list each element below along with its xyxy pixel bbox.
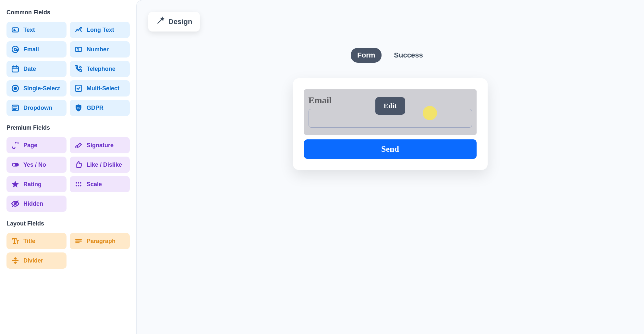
submit-button[interactable]: Send [304, 139, 477, 159]
common-fields-grid: Text Long Text Email Number Date [6, 22, 130, 116]
field-single-select[interactable]: Single-Select [6, 80, 67, 96]
field-label: Email [23, 46, 39, 53]
field-label: Long Text [87, 27, 114, 33]
field-label: Dropdown [23, 105, 52, 111]
toggle-icon [11, 161, 19, 169]
svg-rect-0 [12, 28, 18, 32]
date-icon [11, 65, 19, 73]
tab-form[interactable]: Form [351, 48, 382, 63]
field-paragraph[interactable]: Paragraph [70, 233, 130, 249]
form-field-email[interactable]: Email [304, 89, 477, 135]
divider-icon [11, 256, 19, 265]
svg-rect-5 [12, 66, 18, 72]
svg-point-1 [80, 27, 81, 28]
email-icon [11, 45, 19, 54]
single-select-icon [11, 84, 19, 93]
field-label: Divider [23, 257, 43, 264]
field-label: Single-Select [23, 85, 60, 92]
design-button-label: Design [168, 18, 192, 26]
thumbs-up-icon [74, 161, 83, 169]
section-title-layout: Layout Fields [6, 220, 130, 227]
field-number[interactable]: Number [70, 41, 130, 58]
field-date[interactable]: Date [6, 61, 67, 77]
svg-text:EU: EU [77, 106, 80, 109]
svg-point-14 [78, 182, 79, 184]
view-tabs: Form Success [148, 48, 632, 63]
section-title-common: Common Fields [6, 9, 130, 16]
field-signature[interactable]: Signature [70, 137, 130, 153]
field-divider[interactable]: Divider [6, 252, 67, 269]
svg-point-13 [76, 182, 77, 184]
field-yes-no[interactable]: Yes / No [6, 157, 67, 173]
svg-point-16 [76, 185, 77, 186]
eye-off-icon [11, 199, 19, 208]
field-label: Scale [87, 181, 102, 188]
design-button[interactable]: Design [148, 12, 200, 32]
layout-fields-grid: Title Paragraph Divider [6, 233, 130, 269]
page-icon [11, 141, 19, 149]
email-input[interactable] [309, 109, 472, 128]
form-preview-card: Email Send [293, 78, 488, 170]
field-label: Like / Dislike [87, 161, 122, 168]
field-page[interactable]: Page [6, 137, 67, 153]
field-label: Hidden [23, 200, 43, 207]
title-icon [11, 237, 19, 245]
telephone-icon [74, 65, 83, 73]
field-label: Number [87, 46, 109, 53]
long-text-icon [74, 26, 83, 34]
premium-fields-grid: Page Signature Yes / No Like / Dislike R [6, 137, 130, 212]
field-label: Text [23, 27, 35, 33]
field-long-text[interactable]: Long Text [70, 22, 130, 38]
svg-point-7 [14, 87, 17, 90]
dropdown-icon [11, 104, 19, 112]
svg-point-15 [80, 182, 81, 184]
field-label: Page [23, 142, 37, 149]
field-text[interactable]: Text [6, 22, 67, 38]
text-icon [11, 26, 19, 34]
field-label: Paragraph [87, 238, 115, 245]
field-gdpr[interactable]: EU GDPR [70, 100, 130, 116]
star-icon [11, 180, 19, 188]
field-title[interactable]: Title [6, 233, 67, 249]
signature-icon [74, 141, 83, 149]
field-label: Date [23, 66, 36, 72]
form-field-label: Email [309, 95, 472, 106]
field-label: Rating [23, 181, 42, 188]
field-label: Signature [87, 142, 114, 149]
sidebar: Common Fields Text Long Text Email Numbe… [0, 0, 136, 334]
field-label: GDPR [87, 105, 103, 111]
field-label: Yes / No [23, 161, 46, 168]
main-canvas: Design Form Success Edit Email Send [136, 0, 644, 334]
field-label: Multi-Select [87, 85, 119, 92]
field-multi-select[interactable]: Multi-Select [70, 80, 130, 96]
svg-point-12 [13, 164, 15, 166]
field-dropdown[interactable]: Dropdown [6, 100, 67, 116]
svg-point-17 [78, 185, 79, 186]
multi-select-icon [74, 84, 83, 93]
scale-icon [74, 180, 83, 188]
field-label: Title [23, 238, 35, 245]
field-label: Telephone [87, 66, 115, 72]
field-like-dislike[interactable]: Like / Dislike [70, 157, 130, 173]
gdpr-icon: EU [74, 104, 83, 112]
magic-wand-icon [156, 17, 164, 27]
field-scale[interactable]: Scale [70, 176, 130, 192]
field-rating[interactable]: Rating [6, 176, 67, 192]
section-title-premium: Premium Fields [6, 124, 130, 131]
tab-success[interactable]: Success [387, 48, 429, 63]
number-icon [74, 45, 83, 54]
paragraph-icon [74, 237, 83, 245]
field-hidden[interactable]: Hidden [6, 196, 67, 212]
field-email[interactable]: Email [6, 41, 67, 58]
field-telephone[interactable]: Telephone [70, 61, 130, 77]
svg-point-18 [80, 185, 81, 186]
